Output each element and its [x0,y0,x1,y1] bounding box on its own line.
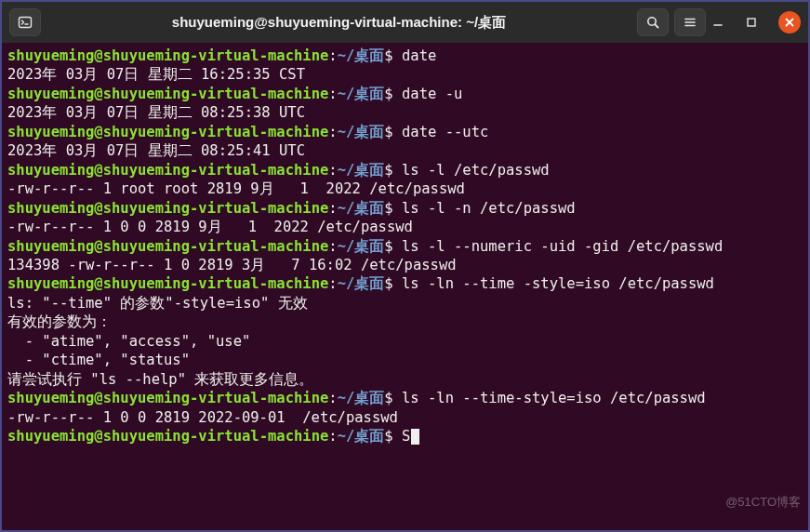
prompt-host: shuyueming-virtual-machine [103,238,329,255]
prompt-user: shuyueming [7,428,94,445]
prompt-colon: : [328,390,337,406]
prompt-dollar: $ [384,124,392,140]
prompt-colon: : [328,275,337,292]
prompt-path: ~/桌面 [338,275,385,292]
prompt-host: shuyueming-virtual-machine [103,390,329,406]
svg-rect-0 [20,18,32,28]
output-3: 2023年 03月 07日 星期二 08:25:41 UTC [7,142,305,159]
prompt-host: shuyueming-virtual-machine [103,47,329,64]
prompt-host: shuyueming-virtual-machine [103,162,329,179]
prompt-path: ~/桌面 [338,238,385,255]
prompt-at: @ [94,47,102,64]
prompt-host: shuyueming-virtual-machine [103,86,329,102]
prompt-at: @ [94,86,102,102]
prompt-user: shuyueming [7,162,94,179]
svg-line-3 [655,24,657,27]
window-titlebar: shuyueming@shuyueming-virtual-machine: ~… [2,2,808,43]
prompt-at: @ [94,162,102,179]
prompt-path: ~/桌面 [338,124,385,140]
prompt-dollar: $ [384,390,392,406]
command-3: date --utc [393,124,489,140]
window-title: shuyueming@shuyueming-virtual-machine: ~… [46,14,631,32]
terminal-icon [18,15,33,30]
prompt-path: ~/桌面 [338,390,385,406]
command-2: date -u [393,86,463,102]
output-2: 2023年 03月 07日 星期二 08:25:38 UTC [7,104,305,121]
maximize-button[interactable] [745,16,773,29]
prompt-path: ~/桌面 [338,200,385,217]
output-8: -rw-r--r-- 1 0 0 2819 2022-09-01 /etc/pa… [7,409,398,426]
prompt-colon: : [328,86,337,102]
command-1: date [393,47,437,64]
close-button[interactable] [778,11,801,33]
prompt-dollar: $ [384,47,392,64]
prompt-dollar: $ [384,86,392,102]
error-7a: ls: "--time" 的参数"-style=iso" 无效 [7,295,308,312]
cursor-block [411,429,419,445]
prompt-at: @ [94,200,102,217]
command-6: ls -l --numeric -uid -gid /etc/passwd [393,238,724,255]
prompt-path: ~/桌面 [338,86,385,102]
prompt-colon: : [328,200,337,217]
prompt-colon: : [328,162,337,179]
prompt-host: shuyueming-virtual-machine [103,275,329,292]
prompt-at: @ [94,275,102,292]
prompt-host: shuyueming-virtual-machine [103,124,329,140]
svg-rect-8 [748,19,755,26]
command-5: ls -l -n /etc/passwd [393,200,576,217]
prompt-path: ~/桌面 [338,428,385,445]
new-tab-button[interactable] [9,8,41,36]
prompt-path: ~/桌面 [338,162,385,179]
menu-button[interactable] [674,8,706,36]
minimize-button[interactable] [711,16,739,29]
error-7b: 有效的参数为： [7,313,112,330]
prompt-at: @ [94,238,102,255]
prompt-colon: : [328,238,337,255]
prompt-at: @ [94,124,102,140]
command-4: ls -l /etc/passwd [393,162,550,179]
prompt-user: shuyueming [7,390,94,406]
prompt-dollar: $ [384,200,392,217]
prompt-colon: : [328,124,337,140]
prompt-dollar: $ [384,428,392,445]
terminal-body[interactable]: shuyueming@shuyueming-virtual-machine:~/… [2,43,808,530]
prompt-path: ~/桌面 [338,47,385,64]
maximize-icon [745,16,758,29]
prompt-user: shuyueming [7,238,94,255]
prompt-dollar: $ [384,238,392,255]
prompt-user: shuyueming [7,275,94,292]
prompt-user: shuyueming [7,47,94,64]
command-7: ls -ln --time -style=iso /etc/passwd [393,275,714,292]
prompt-user: shuyueming [7,200,94,217]
minimize-icon [711,16,724,29]
prompt-colon: : [328,428,337,445]
command-9: S [393,428,411,445]
close-icon [784,17,795,28]
output-4: -rw-r--r-- 1 root root 2819 9月 1 2022 /e… [7,180,465,197]
watermark-text: @51CTO博客 [725,494,801,510]
prompt-user: shuyueming [7,86,94,102]
prompt-colon: : [328,47,337,64]
error-7e: 请尝试执行 "ls --help" 来获取更多信息。 [7,371,313,388]
prompt-dollar: $ [384,162,392,179]
error-7c: - "atime", "access", "use" [7,333,250,350]
output-5: -rw-r--r-- 1 0 0 2819 9月 1 2022 /etc/pas… [7,219,413,235]
search-icon [645,15,660,30]
prompt-at: @ [94,428,102,445]
output-1: 2023年 03月 07日 星期二 16:25:35 CST [7,66,305,83]
prompt-user: shuyueming [7,124,94,140]
prompt-at: @ [94,390,102,406]
output-6: 134398 -rw-r--r-- 1 0 2819 3月 7 16:02 /e… [7,257,457,273]
hamburger-icon [683,15,697,30]
prompt-host: shuyueming-virtual-machine [103,200,329,217]
search-button[interactable] [637,8,669,36]
command-8: ls -ln --time-style=iso /etc/passwd [393,390,706,406]
prompt-dollar: $ [384,275,392,292]
prompt-host: shuyueming-virtual-machine [103,428,329,445]
error-7d: - "ctime", "status" [7,352,190,368]
